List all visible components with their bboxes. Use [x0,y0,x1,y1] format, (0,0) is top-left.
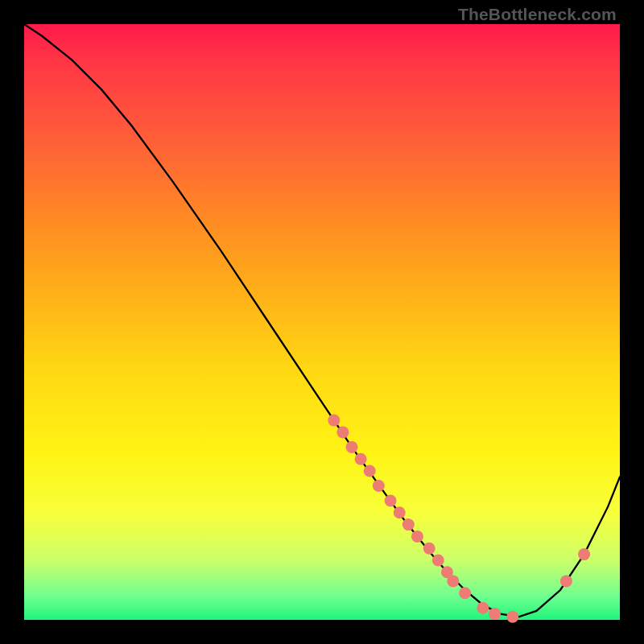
marker-point [423,543,436,555]
marker-point [336,426,349,438]
marker-point [373,480,385,492]
marker-point [328,415,340,427]
marker-point [447,575,459,587]
marker-point [432,555,444,567]
marker-point [489,608,501,620]
marker-point [560,575,572,587]
chart-container: TheBottleneck.com [0,0,644,644]
marker-point [411,530,423,543]
bottleneck-curve [24,24,620,617]
marker-point [402,518,415,530]
marker-point [364,465,376,477]
marker-point [506,611,518,623]
marker-point [578,548,590,560]
watermark-text: TheBottleneck.com [458,5,617,24]
marker-point [477,602,489,614]
marker-point [394,506,406,518]
marker-point [355,453,367,465]
marker-point [346,441,358,453]
marker-group [328,415,590,623]
chart-svg [24,24,620,620]
marker-point [385,495,397,507]
marker-point [459,587,471,599]
